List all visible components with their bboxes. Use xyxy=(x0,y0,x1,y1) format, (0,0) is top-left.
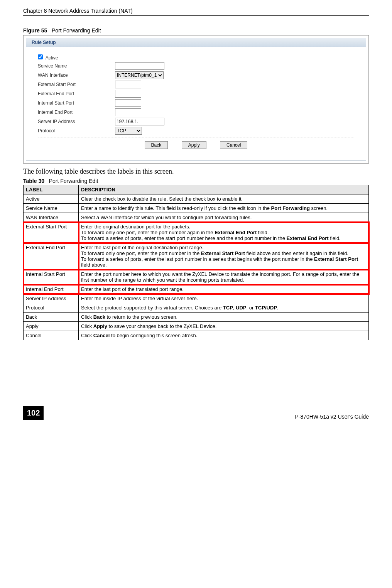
row-label: WAN Interface xyxy=(24,213,79,222)
internal-end-port-label: Internal End Port xyxy=(38,110,115,115)
row-description: Enter the last port of the original dest… xyxy=(79,243,369,270)
row-description: Select the protocol supported by this vi… xyxy=(79,303,369,313)
intro-paragraph: The following table describes the labels… xyxy=(23,167,369,176)
internal-end-port-input[interactable] xyxy=(115,108,141,116)
service-name-label: Service Name xyxy=(38,63,115,69)
row-label: External End Port xyxy=(24,243,79,270)
guide-name: P-870HW-51a v2 User's Guide xyxy=(295,414,369,420)
row-description: Click Apply to save your changes back to… xyxy=(79,322,369,331)
separator xyxy=(38,137,354,137)
row-description: Clear the check box to disable the rule.… xyxy=(79,194,369,204)
cancel-button[interactable]: Cancel xyxy=(220,141,247,149)
table-row: WAN InterfaceSelect a WAN interface for … xyxy=(24,213,369,222)
figure-label: Figure 55 xyxy=(23,27,47,34)
page-footer: 102 P-870HW-51a v2 User's Guide xyxy=(23,406,369,420)
rule-setup-pane: Rule Setup Active Service Name WAN Inter… xyxy=(26,38,366,161)
back-button[interactable]: Back xyxy=(145,141,168,149)
wan-interface-select[interactable]: INTERNET/ptm0_1 xyxy=(115,71,164,79)
page-number: 102 xyxy=(23,406,44,420)
running-header: Chapter 8 Network Address Translation (N… xyxy=(23,8,369,16)
row-description: Enter the original destination port for … xyxy=(79,222,369,243)
internal-start-port-label: Internal Start Port xyxy=(38,100,115,106)
table-label: Table 30 xyxy=(23,178,44,184)
row-description: Enter a name to identify this rule. This… xyxy=(79,204,369,213)
row-label: Cancel xyxy=(24,331,79,340)
table-row: Internal End PortEnter the last port of … xyxy=(24,285,369,294)
description-table: LABEL DESCRIPTION ActiveClear the check … xyxy=(23,185,369,340)
wan-interface-label: WAN Interface xyxy=(38,73,115,78)
row-description: Click Back to return to the previous scr… xyxy=(79,313,369,322)
table-row: External Start PortEnter the original de… xyxy=(24,222,369,243)
row-description: Enter the port number here to which you … xyxy=(79,270,369,285)
protocol-select[interactable]: TCP xyxy=(115,127,142,135)
external-end-port-input[interactable] xyxy=(115,90,141,98)
server-ip-input[interactable] xyxy=(115,118,164,125)
th-description: DESCRIPTION xyxy=(79,185,369,194)
internal-start-port-input[interactable] xyxy=(115,99,141,107)
row-label: Apply xyxy=(24,322,79,331)
table-caption: Table 30 Port Forwarding Edit xyxy=(23,178,369,184)
screenshot-frame: Rule Setup Active Service Name WAN Inter… xyxy=(23,35,369,164)
active-label: Active xyxy=(46,55,58,61)
active-checkbox[interactable] xyxy=(38,54,43,59)
row-label: Server IP Address xyxy=(24,294,79,303)
external-end-port-label: External End Port xyxy=(38,91,115,96)
row-description: Select a WAN interface for which you wan… xyxy=(79,213,369,222)
table-row: CancelClick Cancel to begin configuring … xyxy=(24,331,369,340)
table-row: Service NameEnter a name to identify thi… xyxy=(24,204,369,213)
row-label: Internal End Port xyxy=(24,285,79,294)
service-name-input[interactable] xyxy=(115,62,164,70)
protocol-label: Protocol xyxy=(38,128,115,133)
row-label: Protocol xyxy=(24,303,79,313)
row-label: Back xyxy=(24,313,79,322)
table-row: ApplyClick Apply to save your changes ba… xyxy=(24,322,369,331)
apply-button[interactable]: Apply xyxy=(182,141,206,149)
table-row: ProtocolSelect the protocol supported by… xyxy=(24,303,369,313)
row-label: External Start Port xyxy=(24,222,79,243)
table-row: Server IP AddressEnter the inside IP add… xyxy=(24,294,369,303)
row-description: Enter the inside IP address of the virtu… xyxy=(79,294,369,303)
row-label: Internal Start Port xyxy=(24,270,79,285)
figure-title: Port Forwarding Edit xyxy=(52,27,101,34)
th-label: LABEL xyxy=(24,185,79,194)
table-row: ActiveClear the check box to disable the… xyxy=(24,194,369,204)
table-row: Internal Start PortEnter the port number… xyxy=(24,270,369,285)
table-row: External End PortEnter the last port of … xyxy=(24,243,369,270)
row-description: Enter the last port of the translated po… xyxy=(79,285,369,294)
server-ip-label: Server IP Address xyxy=(38,119,115,124)
row-label: Service Name xyxy=(24,204,79,213)
external-start-port-label: External Start Port xyxy=(38,82,115,87)
figure-caption: Figure 55 Port Forwarding Edit xyxy=(23,27,369,34)
row-label: Active xyxy=(24,194,79,204)
external-start-port-input[interactable] xyxy=(115,81,141,88)
table-row: BackClick Back to return to the previous… xyxy=(24,313,369,322)
row-description: Click Cancel to begin configuring this s… xyxy=(79,331,369,340)
pane-title: Rule Setup xyxy=(26,38,366,47)
table-title: Port Forwarding Edit xyxy=(49,178,98,184)
